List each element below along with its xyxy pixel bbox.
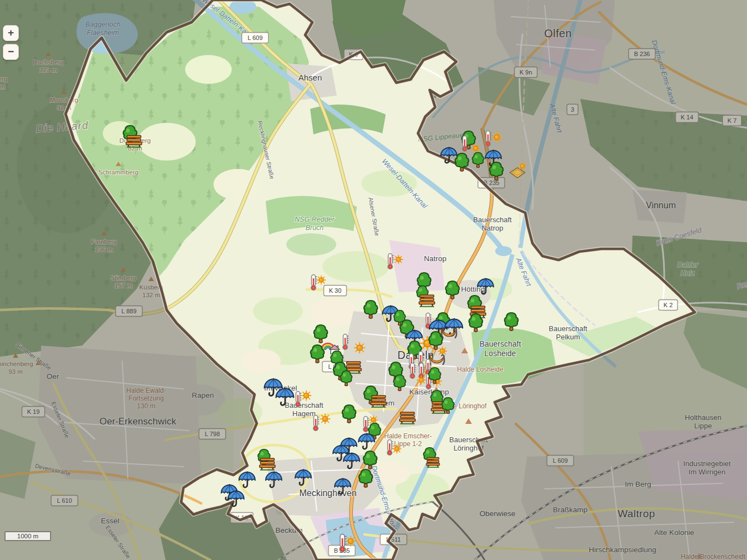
svg-text:L 609: L 609: [247, 34, 262, 41]
map-svg: OlfenAhsenVinnumNatropHöttingDattelnKais…: [0, 0, 747, 560]
district-label: BauerschaftLosheide: [480, 339, 521, 358]
sun-marker-icon[interactable]: [438, 347, 447, 356]
sun-marker-icon[interactable]: [471, 144, 480, 153]
zoom-out-button[interactable]: −: [3, 44, 19, 60]
sun-marker-icon[interactable]: [354, 342, 365, 353]
sun-marker-icon[interactable]: [320, 414, 330, 423]
suburb-label: Natrop: [424, 254, 447, 263]
sun-marker-icon[interactable]: [346, 536, 355, 546]
halde-label: Halde Losheide: [457, 366, 504, 373]
sun-marker-icon[interactable]: [392, 444, 401, 453]
sun-marker-icon[interactable]: [317, 276, 326, 284]
map-canvas[interactable]: OlfenAhsenVinnumNatropHöttingDattelnKais…: [0, 0, 747, 560]
sun-marker-icon[interactable]: [417, 376, 426, 384]
sun-marker-icon[interactable]: [394, 255, 403, 264]
zoom-control: + −: [3, 25, 19, 63]
sun-marker-icon[interactable]: [492, 132, 501, 142]
svg-text:K 2: K 2: [664, 302, 673, 308]
peak-label: Schrammberg: [98, 169, 138, 176]
road-shield: K 2: [659, 300, 678, 311]
road-shield: L 609: [242, 33, 268, 43]
town-label: Ahsen: [298, 73, 322, 82]
sun-marker-icon[interactable]: [519, 162, 526, 170]
sun-marker-icon[interactable]: [301, 391, 311, 400]
scale-control: 1000 m: [4, 531, 51, 541]
town-label: Meckinghoven: [299, 488, 356, 498]
svg-text:K 30: K 30: [329, 287, 342, 294]
road-shield: K 30: [324, 286, 347, 296]
zoom-in-button[interactable]: +: [3, 25, 19, 41]
